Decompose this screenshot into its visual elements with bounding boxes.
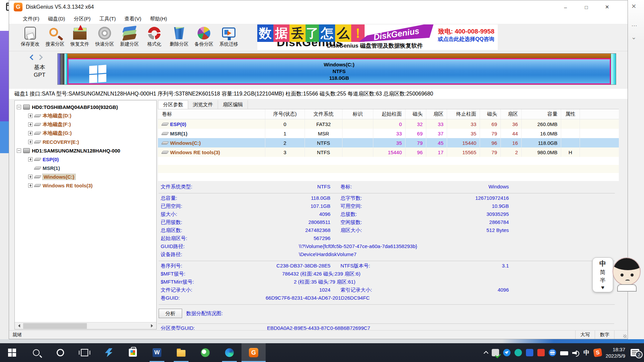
collapse-icon[interactable] <box>17 105 21 109</box>
battery-icon[interactable] <box>560 351 568 355</box>
partition-esp-block[interactable] <box>58 54 61 84</box>
expand-icon[interactable] <box>28 131 33 135</box>
tab-browse-files[interactable]: 浏览文件 <box>188 100 218 109</box>
search-partition-button[interactable]: 搜索分区 <box>43 24 67 50</box>
banner-qq-link[interactable]: 或点击此处选择QQ咨询 <box>438 36 494 43</box>
table-row-windows-re[interactable]: Windows RE tools(3) 3 NTFS 15440 96 17 1… <box>158 147 619 157</box>
backup-partition-button[interactable]: 备份分区 <box>192 24 216 50</box>
analyze-button[interactable]: 分析 <box>159 309 182 318</box>
teal-tray-icon[interactable] <box>515 349 522 356</box>
store-icon <box>129 349 137 357</box>
sogou-icon[interactable]: S <box>593 348 602 357</box>
tree-item-windows-c[interactable]: Windows(C:) <box>15 172 156 181</box>
expand-icon[interactable] <box>28 140 33 144</box>
dingtalk-tray-icon[interactable] <box>503 349 511 356</box>
disk-nav-arrows[interactable] <box>31 55 42 59</box>
partition-sliver[interactable] <box>64 54 67 84</box>
separator <box>159 193 615 193</box>
close-button[interactable]: ✕ <box>597 0 618 14</box>
save-changes-button[interactable]: 保存更改 <box>18 24 43 50</box>
menu-view[interactable]: 查看(V) <box>120 14 146 24</box>
thunder-app-button[interactable] <box>97 343 121 362</box>
partition-msr-block[interactable] <box>61 54 64 84</box>
taskbar-search-button[interactable] <box>24 343 48 362</box>
snowflake-360-tray-icon[interactable] <box>549 349 556 356</box>
partition-windows-c-block[interactable]: Windows(C:) NTFS 118.0GB <box>67 58 611 84</box>
new-partition-button[interactable]: 新建分区 <box>117 24 142 50</box>
diskgenius-taskbar-button[interactable]: G <box>241 343 266 362</box>
menu-help[interactable]: 帮助(H) <box>146 14 171 24</box>
partition-size: 118.0GB <box>324 75 355 81</box>
system-migration-button[interactable]: 系统迁移 <box>216 24 241 50</box>
layers-icon <box>122 26 137 41</box>
collapse-icon[interactable] <box>17 148 21 153</box>
table-row-windows-c[interactable]: Windows(C:) 2 NTFS 35 79 45 15440 96 16 … <box>158 138 619 147</box>
expand-icon[interactable] <box>28 122 33 127</box>
recover-files-button[interactable]: 恢复文件 <box>67 24 92 50</box>
taskbar-clock[interactable]: 18:37 2022/5/9 <box>606 346 625 359</box>
partition-re-tools-block[interactable] <box>611 54 616 84</box>
qq-tray-icon[interactable] <box>526 349 533 356</box>
banner-subtitle: DiskGenius 磁盘管理及数据恢复软件 <box>327 42 423 50</box>
tree-item-windows-re[interactable]: Windows RE tools(3) <box>15 181 156 190</box>
tree-item-recovery-e[interactable]: RECOVERY(E:) <box>15 137 156 146</box>
task-view-button[interactable] <box>72 343 97 362</box>
tree-item-hd1[interactable]: HD1:SAMSUNGMZNLN128HAHQ-000 <box>15 146 156 155</box>
tray-expand-icon[interactable] <box>484 351 488 356</box>
action-center-icon[interactable]: 2 <box>631 349 639 356</box>
next-disk-icon[interactable] <box>37 55 43 60</box>
advert-banner[interactable]: DiskGenius 数据 丢了 怎么 ！ DiskGenius 致电: 400… <box>257 24 498 50</box>
ime-mascot-face <box>610 256 643 292</box>
format-button[interactable]: 格式化 <box>142 24 167 50</box>
desktop-wallpaper-fragment <box>0 31 9 121</box>
sogou-ime-widget[interactable]: 中 简 半 ♥ <box>592 256 643 294</box>
delete-partition-button[interactable]: 删除分区 <box>167 24 192 50</box>
tab-partition-params[interactable]: 分区参数 <box>158 100 188 109</box>
maximize-button[interactable]: □ <box>576 0 597 14</box>
disk-tree-panel: HD0:TOSHIBAMQ04ABF100(932GB) 本地磁盘(D:) 本地… <box>14 100 157 329</box>
start-button[interactable] <box>0 343 24 362</box>
tab-sector-edit[interactable]: 扇区编辑 <box>218 100 248 109</box>
menu-tools[interactable]: 工具(T) <box>95 14 120 24</box>
edge-button[interactable] <box>217 343 241 362</box>
tree-item-hd0[interactable]: HD0:TOSHIBAMQ04ABF100(932GB) <box>15 103 156 111</box>
tree-horizontal-scrollbar[interactable] <box>15 322 156 329</box>
search-icon <box>33 349 40 356</box>
file-explorer-button[interactable] <box>169 343 193 362</box>
resize-grip[interactable] <box>614 330 628 339</box>
diskgenius-window: G DiskGenius V5.4.3.1342 x64 – □ ✕ 文件(F)… <box>9 0 628 339</box>
scroll-left-button[interactable] <box>15 322 22 329</box>
expand-icon[interactable] <box>28 175 33 179</box>
cortana-button[interactable] <box>48 343 72 362</box>
menu-bar: 文件(F) 磁盘(D) 分区(P) 工具(T) 查看(V) 帮助(H) <box>9 14 628 24</box>
expand-icon[interactable] <box>28 114 33 118</box>
minimize-button[interactable]: – <box>555 0 576 14</box>
scroll-right-button[interactable] <box>149 322 156 329</box>
tree-item-local-d[interactable]: 本地磁盘(D:) <box>15 111 156 120</box>
title-bar[interactable]: G DiskGenius V5.4.3.1342 x64 – □ ✕ <box>9 0 628 14</box>
partition-name: Windows(C:) <box>324 61 355 68</box>
disk-info-line: 磁盘1 接口:SATA 型号:SAMSUNGMZNLN128HAHQ-000H1… <box>9 89 628 99</box>
tree-item-local-f[interactable]: 本地磁盘(F:) <box>15 120 156 129</box>
printer-check-tray-icon[interactable] <box>492 349 499 356</box>
ms-store-button[interactable] <box>121 343 145 362</box>
word-button[interactable]: W <box>145 343 169 362</box>
volume-icon[interactable] <box>572 350 580 356</box>
expand-icon[interactable] <box>28 157 33 162</box>
disk-partition-bar[interactable]: Windows(C:) NTFS 118.0GB <box>57 53 616 85</box>
table-row-esp[interactable]: ESP(0) 0 FAT32 0 32 33 33 69 36 260.0MB <box>158 119 619 129</box>
guid-path-label: GUID路径: <box>161 243 185 250</box>
prev-disk-icon[interactable] <box>30 55 36 60</box>
menu-disk[interactable]: 磁盘(D) <box>44 14 69 24</box>
tree-item-esp[interactable]: ESP(0) <box>15 155 156 164</box>
menu-file[interactable]: 文件(F) <box>18 14 44 24</box>
expand-icon[interactable] <box>28 183 33 188</box>
browser-360-button[interactable] <box>193 343 217 362</box>
tree-item-msr[interactable]: MSR(1) <box>15 164 156 172</box>
quick-partition-button[interactable]: 快速分区 <box>92 24 117 50</box>
tree-item-local-g[interactable]: 本地磁盘(G:) <box>15 129 156 137</box>
scrollbar-thumb[interactable] <box>23 323 87 329</box>
ime-indicator[interactable]: 中 <box>584 349 590 357</box>
red-tray-icon[interactable] <box>537 349 545 356</box>
table-row-msr[interactable]: MSR(1) 1 MSR 33 69 37 35 79 44 16.0MB <box>158 129 619 138</box>
